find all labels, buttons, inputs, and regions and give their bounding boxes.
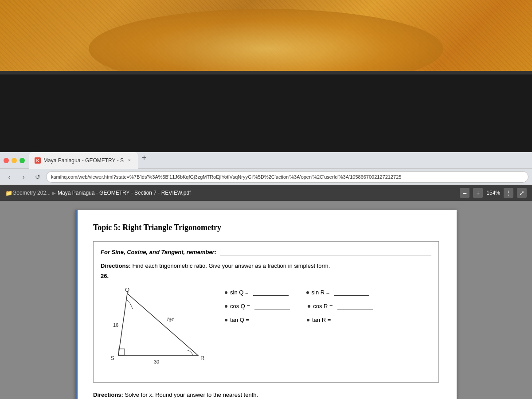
tan-row: tan Q = tan R =: [225, 317, 431, 323]
svg-text:16: 16: [113, 322, 118, 328]
cos-q-answer[interactable]: [254, 303, 290, 309]
cos-r-label: cos R =: [313, 303, 332, 309]
svg-text:30: 30: [154, 359, 159, 364]
zoom-in-button[interactable]: +: [473, 188, 483, 198]
tab-label: Maya Paniagua - GEOMETRY - S: [43, 157, 124, 164]
triangle-svg: Q S R hyt 16 30: [101, 285, 216, 373]
tan-q-item: tan Q =: [225, 317, 289, 323]
sin-q-item: sin Q =: [225, 289, 289, 296]
maximize-window-button[interactable]: [20, 158, 25, 163]
fullscreen-button[interactable]: ⤢: [517, 188, 527, 198]
directions2: Directions: Solve for x. Round your answ…: [93, 391, 439, 398]
pdf-viewer-toolbar: 📁 Geometry 202... ▶ Maya Paniagua - GEOM…: [0, 185, 532, 201]
sin-row: sin Q = sin R =: [225, 289, 431, 296]
svg-text:R: R: [200, 355, 204, 361]
directions1: Directions: Find each trigonometric rati…: [101, 262, 431, 269]
breadcrumb-item-1[interactable]: Geometry 202...: [12, 190, 51, 196]
tan-r-label: tan R =: [312, 317, 331, 323]
directions2-text: Solve for x. Round your answer to the ne…: [123, 391, 258, 398]
exercise-section: Q S R hyt 16 30: [101, 285, 431, 375]
svg-text:Q: Q: [125, 286, 129, 293]
window-controls: [4, 158, 25, 163]
tab-bar: K Maya Paniagua - GEOMETRY - S × +: [0, 152, 532, 169]
minimize-window-button[interactable]: [12, 158, 17, 163]
url-text: kamihq.com/web/viewer.html?state=%7B'ids…: [51, 174, 401, 180]
pdf-viewport: Topic 5: Right Triangle Trigonometry For…: [0, 201, 532, 399]
tan-q-answer[interactable]: [254, 317, 289, 323]
for-sine-label: For Sine, Cosine, and Tangent, remember:: [101, 249, 216, 255]
bullet-sin-r: [306, 291, 309, 294]
sin-r-answer[interactable]: [334, 289, 369, 296]
cos-r-answer[interactable]: [337, 303, 373, 309]
bullet-tan-q: [225, 319, 227, 321]
forward-button[interactable]: ›: [18, 171, 29, 183]
close-window-button[interactable]: [4, 158, 9, 163]
active-tab[interactable]: K Maya Paniagua - GEOMETRY - S ×: [29, 152, 138, 169]
sin-r-label: sin R =: [312, 289, 330, 296]
svg-text:hyt: hyt: [167, 317, 174, 322]
breadcrumb-separator: ▶: [52, 191, 56, 196]
breadcrumb-label-2: Maya Paniagua - GEOMETRY - Section 7 - R…: [58, 190, 191, 196]
tan-r-item: tan R =: [307, 317, 371, 323]
address-bar[interactable]: kamihq.com/web/viewer.html?state=%7B'ids…: [46, 171, 528, 183]
topic-title: Topic 5: Right Triangle Trigonometry: [93, 223, 439, 232]
cos-row: cos Q = cos R =: [225, 303, 431, 309]
zoom-controls: – + 154% ⋮ ⤢: [460, 188, 527, 198]
zoom-out-button[interactable]: –: [460, 188, 469, 198]
pdf-page: Topic 5: Right Triangle Trigonometry For…: [75, 210, 457, 399]
breadcrumb-item-2[interactable]: Maya Paniagua - GEOMETRY - Section 7 - R…: [58, 190, 191, 196]
triangle-diagram: Q S R hyt 16 30: [101, 285, 216, 375]
sin-r-item: sin R =: [306, 289, 370, 296]
cos-q-label: cos Q =: [230, 303, 250, 309]
svg-marker-0: [118, 293, 198, 356]
sin-q-answer[interactable]: [253, 289, 289, 296]
tab-list: K Maya Paniagua - GEOMETRY - S × +: [29, 152, 528, 169]
address-bar-row: ‹ › ↺ kamihq.com/web/viewer.html?state=%…: [0, 169, 532, 185]
reload-button[interactable]: ↺: [32, 171, 43, 183]
tab-favicon: K: [35, 157, 41, 164]
remember-underline: [220, 249, 431, 255]
tan-q-label: tan Q =: [230, 317, 249, 323]
notebook-lines: [75, 210, 78, 399]
bullet-sin-q: [225, 291, 227, 294]
problem-number: 26.: [101, 273, 431, 279]
laptop-bezel: K Maya Paniagua - GEOMETRY - S × + ‹ › ↺…: [0, 71, 532, 399]
folder-icon: 📁: [5, 190, 12, 196]
browser-window: K Maya Paniagua - GEOMETRY - S × + ‹ › ↺…: [0, 152, 532, 399]
directions2-bold: Directions:: [93, 391, 123, 398]
tan-r-answer[interactable]: [335, 317, 371, 323]
cos-q-item: cos Q =: [225, 303, 290, 309]
bullet-cos-q: [225, 305, 227, 308]
content-box: For Sine, Cosine, and Tangent, remember:…: [93, 241, 439, 383]
trig-ratios: sin Q = sin R =: [225, 285, 431, 323]
directions1-bold: Directions:: [101, 262, 131, 269]
more-options-button[interactable]: ⋮: [504, 188, 513, 198]
zoom-level-display: 154%: [486, 190, 500, 196]
breadcrumb-label-1: Geometry 202...: [12, 190, 51, 196]
new-tab-button[interactable]: +: [138, 152, 150, 164]
tab-close-button[interactable]: ×: [126, 157, 133, 164]
sin-q-label: sin Q =: [230, 289, 249, 296]
back-button[interactable]: ‹: [4, 171, 15, 183]
svg-text:S: S: [110, 355, 114, 361]
directions1-text: Find each trigonometric ratio. Give your…: [131, 262, 330, 269]
cos-r-item: cos R =: [308, 303, 372, 309]
remember-line: For Sine, Cosine, and Tangent, remember:: [101, 249, 431, 255]
bullet-cos-r: [308, 305, 310, 308]
bullet-tan-r: [307, 319, 309, 321]
